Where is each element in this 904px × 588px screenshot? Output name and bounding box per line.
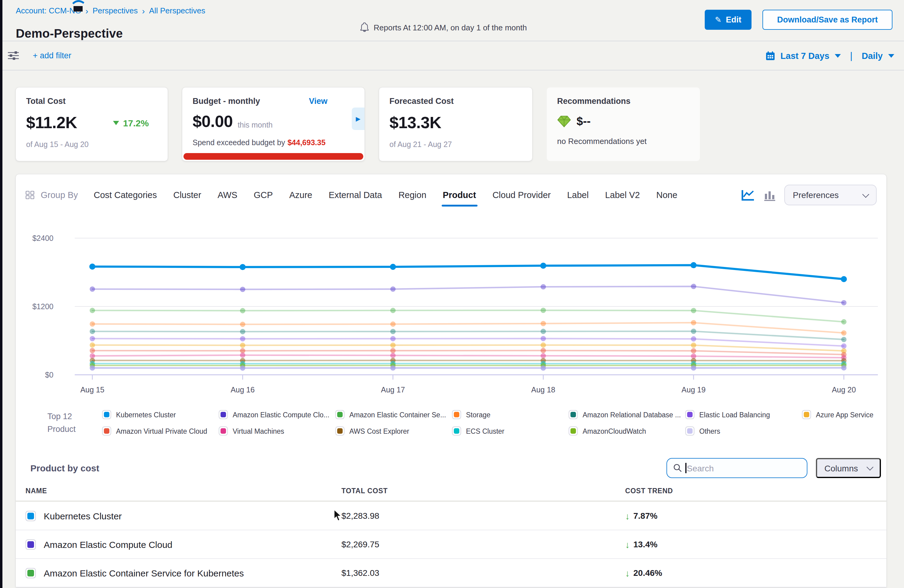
add-filter-button[interactable]: + add filter — [33, 51, 71, 60]
chevron-down-icon[interactable] — [888, 54, 894, 57]
product-name-cell: Amazon Elastic Container Service for Kub… — [25, 567, 341, 578]
budget-view-link[interactable]: View — [309, 96, 327, 106]
group-by-tab-cost-categories[interactable]: Cost Categories — [94, 190, 157, 200]
legend-item-storage[interactable]: Storage — [452, 410, 491, 419]
legend-color-chip — [685, 427, 694, 436]
svg-text:$2400: $2400 — [32, 234, 54, 242]
budget-overrun-bar — [183, 153, 363, 160]
legend-item-amazoncloudwatch[interactable]: AmazonCloudWatch — [569, 427, 646, 436]
legend-item-kubernetes-cluster[interactable]: Kubernetes Cluster — [102, 410, 176, 419]
table-row-amazon-elastic-compute-cloud[interactable]: Amazon Elastic Compute Cloud$2,269.75↓13… — [16, 530, 887, 559]
chevron-down-icon — [867, 464, 874, 471]
page-title: Demo-Perspective — [16, 27, 123, 41]
filter-sliders-icon[interactable] — [8, 51, 19, 60]
chevron-down-icon — [862, 191, 869, 198]
legend-color-chip — [802, 410, 811, 419]
chart-legend: Top 12 Product Kubernetes ClusterAmazon … — [34, 408, 887, 446]
filter-bar: + add filter Last 7 Days | Daily — [0, 41, 904, 71]
collapsed-nav-strip — [0, 0, 2, 588]
breadcrumb-perspectives-link[interactable]: Perspectives — [93, 6, 138, 15]
column-header-cost-trend: COST TREND — [625, 487, 887, 495]
group-by-tab-cluster[interactable]: Cluster — [173, 190, 201, 200]
bar-chart-toggle-icon[interactable] — [764, 189, 775, 201]
line-chart-toggle-icon[interactable] — [741, 189, 755, 201]
table-row-kubernetes-cluster[interactable]: Kubernetes Cluster$2,283.98↓7.87% — [16, 502, 887, 530]
total-cost-cell: $1,362.03 — [341, 568, 625, 578]
recommendations-value: $-- — [577, 115, 591, 128]
group-by-tab-product[interactable]: Product — [443, 190, 476, 200]
legend-item-others[interactable]: Others — [685, 427, 720, 436]
cost-trend-cell: ↓7.87% — [625, 511, 887, 521]
group-by-tab-label-v2[interactable]: Label V2 — [605, 190, 640, 200]
legend-label: Amazon Elastic Compute Clo... — [233, 411, 329, 418]
legend-item-amazon-elastic-container-se[interactable]: Amazon Elastic Container Se... — [335, 410, 446, 419]
legend-item-amazon-virtual-private-cloud[interactable]: Amazon Virtual Private Cloud — [102, 427, 207, 436]
group-by-tab-none[interactable]: None — [656, 190, 677, 200]
budget-exceeded-text: Spend exceeded budget by$44,693.35 — [193, 139, 354, 147]
granularity-selector[interactable]: Daily — [862, 51, 883, 60]
columns-button[interactable]: Columns — [816, 458, 881, 478]
legend-item-amazon-relational-database[interactable]: Amazon Relational Database ... — [569, 410, 681, 419]
divider: | — [850, 50, 852, 61]
group-by-tab-cloud-provider[interactable]: Cloud Provider — [492, 190, 551, 200]
product-color-chip — [25, 567, 36, 578]
breadcrumb-all-perspectives-link[interactable]: All Perspectives — [149, 6, 205, 15]
legend-label: AmazonCloudWatch — [583, 427, 646, 435]
date-range-selector[interactable]: Last 7 Days — [781, 51, 829, 60]
legend-color-chip — [685, 410, 694, 419]
legend-item-ecs-cluster[interactable]: ECS Cluster — [452, 427, 504, 436]
group-by-tab-azure[interactable]: Azure — [289, 190, 312, 200]
legend-color-chip — [219, 427, 228, 436]
trend-down-icon — [113, 121, 119, 125]
legend-color-chip — [452, 410, 461, 419]
legend-label: Amazon Relational Database ... — [583, 411, 681, 418]
group-by-tab-gcp[interactable]: GCP — [254, 190, 273, 200]
legend-item-azure-app-service[interactable]: Azure App Service — [802, 410, 873, 419]
legend-color-chip — [569, 410, 578, 419]
total-cost-trend: 17.2% — [113, 118, 149, 128]
group-by-tab-label[interactable]: Label — [567, 190, 589, 200]
trend-percent: 7.87% — [633, 511, 657, 520]
table-row-amazon-elastic-container-service-for-kubernetes[interactable]: Amazon Elastic Container Service for Kub… — [16, 559, 887, 587]
trend-down-arrow-icon: ↓ — [625, 511, 630, 521]
group-by-tab-region[interactable]: Region — [398, 190, 427, 200]
legend-label: Virtual Machines — [233, 427, 284, 435]
bell-icon — [360, 22, 369, 32]
money-gem-icon — [557, 115, 571, 128]
svg-text:Aug 16: Aug 16 — [231, 386, 254, 394]
trend-percent: 20.46% — [633, 568, 662, 578]
legend-color-chip — [569, 427, 578, 436]
budget-value: $0.00 — [193, 112, 233, 131]
legend-item-aws-cost-explorer[interactable]: AWS Cost Explorer — [335, 427, 409, 436]
group-by-tab-aws[interactable]: AWS — [218, 190, 237, 200]
trend-percent: 13.4% — [633, 539, 657, 549]
download-save-report-button[interactable]: Download/Save as Report — [762, 10, 893, 30]
group-by-tab-external-data[interactable]: External Data — [329, 190, 382, 200]
legend-item-amazon-elastic-compute-clo[interactable]: Amazon Elastic Compute Clo... — [219, 410, 329, 419]
cost-trend-cell: ↓20.46% — [625, 567, 887, 578]
legend-color-chip — [335, 427, 345, 436]
legend-label: Others — [699, 427, 720, 435]
search-input[interactable]: Search — [667, 458, 808, 478]
edit-button[interactable]: ✎ Edit — [705, 10, 752, 30]
budget-expand-button[interactable]: ▶ — [352, 107, 365, 130]
legend-label: Amazon Elastic Container Se... — [349, 411, 446, 418]
pencil-icon: ✎ — [715, 15, 722, 24]
total-cost-period: of Aug 15 - Aug 20 — [26, 140, 157, 149]
table-toolbar: Product by cost Search Columns — [30, 458, 881, 478]
legend-label: AWS Cost Explorer — [349, 427, 409, 435]
group-by-row: Group By Cost CategoriesClusterAWSGCPAzu… — [16, 174, 887, 205]
preferences-button[interactable]: Preferences — [784, 185, 877, 205]
legend-color-chip — [102, 410, 111, 419]
total-cost-cell: $2,269.75 — [341, 539, 625, 549]
legend-label: Elastic Load Balancing — [699, 411, 770, 418]
chevron-down-icon[interactable] — [835, 54, 841, 57]
legend-item-elastic-load-balancing[interactable]: Elastic Load Balancing — [685, 410, 770, 419]
forecasted-cost-card: Forecasted Cost $13.3K of Aug 21 - Aug 2… — [379, 87, 532, 161]
legend-label: Azure App Service — [816, 411, 873, 418]
cost-trend-chart[interactable]: $0$1200$2400Aug 15Aug 16Aug 17Aug 18Aug … — [24, 220, 887, 405]
legend-label: Amazon Virtual Private Cloud — [116, 427, 207, 435]
svg-text:$1200: $1200 — [32, 302, 54, 311]
budget-value-note: this month — [237, 121, 272, 131]
legend-item-virtual-machines[interactable]: Virtual Machines — [219, 427, 284, 436]
